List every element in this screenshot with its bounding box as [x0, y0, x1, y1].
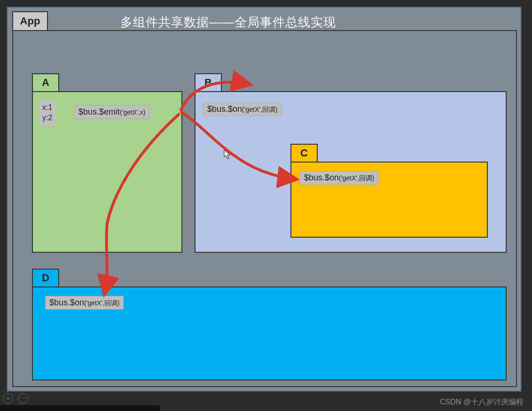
code-args: ('getX',回调) — [339, 174, 374, 182]
component-c-tab: C — [290, 144, 318, 163]
app-body: A x:1 y:2 $bus.$emit('getX',x) B $bus.$o… — [12, 30, 517, 387]
code-method: $bus.$emit — [78, 107, 120, 116]
component-c-label: C — [300, 147, 308, 159]
component-a-tab: A — [32, 73, 59, 92]
watermark-text: CSDN @十八岁讨厌编程 — [440, 397, 524, 407]
component-b-label: B — [204, 77, 212, 89]
code-method: $bus.$on — [304, 173, 339, 182]
code-args: ('getX',回调) — [242, 106, 277, 113]
component-d-tab: D — [32, 269, 59, 287]
component-a-label: A — [42, 77, 49, 89]
code-args: ('getX',x) — [120, 109, 145, 116]
code-method: $bus.$on — [49, 298, 84, 307]
component-b-code: $bus.$on('getX',回调) — [203, 102, 282, 116]
component-d-code: $bus.$on('getX',回调) — [45, 296, 124, 310]
nav-circle-icon[interactable]: ≡ — [3, 393, 13, 403]
mini-icons: ≡ ⋯ — [3, 393, 28, 403]
code-args: ('getX',回调) — [84, 299, 119, 307]
code-method: $bus.$on — [207, 104, 242, 114]
diagram-canvas: App 多组件共享数据——全局事件总线实现 A x:1 y:2 $bus.$em… — [7, 7, 522, 392]
diagram-title: 多组件共享数据——全局事件总线实现 — [120, 14, 336, 31]
component-a-vars: x:1 y:2 — [39, 101, 56, 125]
component-d-label: D — [42, 272, 49, 284]
app-tab: App — [12, 11, 48, 31]
app-tab-label: App — [20, 15, 40, 27]
component-b-tab: B — [195, 73, 222, 92]
component-c-code: $bus.$on('getX',回调) — [300, 171, 378, 185]
bottom-shadow — [0, 405, 160, 411]
more-circle-icon[interactable]: ⋯ — [18, 393, 28, 403]
component-a-code: $bus.$emit('getX',x) — [74, 105, 149, 119]
